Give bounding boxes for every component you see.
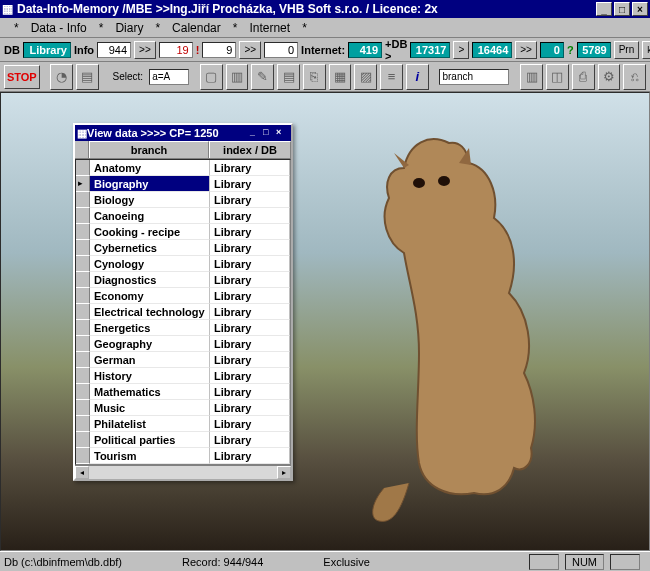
- row-selector[interactable]: [76, 400, 90, 416]
- prn-button[interactable]: Prn: [614, 41, 640, 59]
- row-selector[interactable]: [76, 384, 90, 400]
- table-row[interactable]: GeographyLibrary: [76, 336, 290, 352]
- table-row[interactable]: Political partiesLibrary: [76, 432, 290, 448]
- cell-index[interactable]: Library: [210, 240, 290, 256]
- cell-index[interactable]: Library: [210, 304, 290, 320]
- table-row[interactable]: BiographyLibrary: [76, 176, 290, 192]
- table-row[interactable]: GermanLibrary: [76, 352, 290, 368]
- scroll-track[interactable]: [89, 466, 277, 479]
- row-selector[interactable]: [76, 432, 90, 448]
- internet-a[interactable]: 419: [348, 42, 382, 58]
- select-field[interactable]: a=A: [149, 69, 189, 85]
- view-data-window[interactable]: ▦ View data >>>> CP= 1250 _ □ × branch i…: [73, 123, 293, 481]
- cell-index[interactable]: Library: [210, 160, 290, 176]
- cell-index[interactable]: Library: [210, 224, 290, 240]
- cell-branch[interactable]: Canoeing: [90, 208, 210, 224]
- cell-branch[interactable]: Electrical technology: [90, 304, 210, 320]
- horizontal-scrollbar[interactable]: ◂ ▸: [75, 465, 291, 479]
- grid-header-index[interactable]: index / DB: [209, 141, 291, 158]
- cell-index[interactable]: Library: [210, 400, 290, 416]
- pie-icon[interactable]: ◔: [50, 64, 73, 90]
- cell-index[interactable]: Library: [210, 384, 290, 400]
- table-row[interactable]: CynologyLibrary: [76, 256, 290, 272]
- close-button[interactable]: ×: [632, 2, 648, 16]
- child-maximize[interactable]: □: [263, 127, 276, 139]
- table-row[interactable]: BiologyLibrary: [76, 192, 290, 208]
- bang-b[interactable]: 0: [264, 42, 298, 58]
- row-selector[interactable]: [76, 192, 90, 208]
- tool-icon-3[interactable]: ✎: [251, 64, 274, 90]
- grid-header-branch[interactable]: branch: [89, 141, 209, 158]
- tool-icon-9[interactable]: ▥: [520, 64, 543, 90]
- grid-header-selector[interactable]: [75, 141, 89, 158]
- row-selector[interactable]: [76, 256, 90, 272]
- tool-icon-12[interactable]: ⚙: [598, 64, 621, 90]
- table-row[interactable]: AnatomyLibrary: [76, 160, 290, 176]
- nav-next-3[interactable]: >>: [515, 41, 537, 59]
- menu-data-info[interactable]: Data - Info: [27, 19, 91, 37]
- cell-branch[interactable]: Cybernetics: [90, 240, 210, 256]
- row-selector[interactable]: [76, 416, 90, 432]
- table-row[interactable]: TourismLibrary: [76, 448, 290, 464]
- db2-b[interactable]: 16464: [472, 42, 512, 58]
- q-value[interactable]: 5789: [577, 42, 611, 58]
- bang-a[interactable]: 9: [202, 42, 236, 58]
- cell-index[interactable]: Library: [210, 192, 290, 208]
- scroll-right-icon[interactable]: ▸: [277, 466, 291, 479]
- row-selector[interactable]: [76, 352, 90, 368]
- cell-index[interactable]: Library: [210, 448, 290, 464]
- bar-icon[interactable]: ▤: [76, 64, 99, 90]
- cell-index[interactable]: Library: [210, 176, 290, 192]
- nav-next-2[interactable]: >>: [239, 41, 261, 59]
- child-titlebar[interactable]: ▦ View data >>>> CP= 1250 _ □ ×: [75, 125, 291, 141]
- tool-icon-13[interactable]: ⎌: [623, 64, 646, 90]
- table-row[interactable]: MusicLibrary: [76, 400, 290, 416]
- minimize-button[interactable]: _: [596, 2, 612, 16]
- menu-calendar[interactable]: Calendar: [168, 19, 225, 37]
- table-row[interactable]: Cooking - recipeLibrary: [76, 224, 290, 240]
- cell-branch[interactable]: German: [90, 352, 210, 368]
- tool-icon-2[interactable]: ▥: [226, 64, 249, 90]
- nav-next-1[interactable]: >>: [134, 41, 156, 59]
- gt-button[interactable]: >: [453, 41, 469, 59]
- tool-icon-1[interactable]: ▢: [200, 64, 223, 90]
- cell-index[interactable]: Library: [210, 256, 290, 272]
- cell-branch[interactable]: History: [90, 368, 210, 384]
- cell-index[interactable]: Library: [210, 352, 290, 368]
- cell-branch[interactable]: Mathematics: [90, 384, 210, 400]
- row-selector[interactable]: [76, 448, 90, 464]
- cell-index[interactable]: Library: [210, 208, 290, 224]
- cell-branch[interactable]: Biography: [90, 176, 210, 192]
- menu-internet[interactable]: Internet: [245, 19, 294, 37]
- cell-branch[interactable]: Cynology: [90, 256, 210, 272]
- table-row[interactable]: DiagnosticsLibrary: [76, 272, 290, 288]
- db-field[interactable]: Library: [23, 42, 71, 58]
- grid-body[interactable]: AnatomyLibraryBiographyLibraryBiologyLib…: [75, 159, 291, 465]
- cell-index[interactable]: Library: [210, 416, 290, 432]
- cell-branch[interactable]: Diagnostics: [90, 272, 210, 288]
- cell-branch[interactable]: Tourism: [90, 448, 210, 464]
- cell-branch[interactable]: Political parties: [90, 432, 210, 448]
- table-row[interactable]: CanoeingLibrary: [76, 208, 290, 224]
- cell-branch[interactable]: Cooking - recipe: [90, 224, 210, 240]
- komplet-button[interactable]: komplet: [642, 41, 650, 59]
- row-selector[interactable]: [76, 160, 90, 176]
- db2-a[interactable]: 17317: [410, 42, 450, 58]
- row-selector[interactable]: [76, 240, 90, 256]
- table-row[interactable]: EconomyLibrary: [76, 288, 290, 304]
- tool-icon-4[interactable]: ▤: [277, 64, 300, 90]
- row-selector[interactable]: [76, 176, 90, 192]
- row-selector[interactable]: [76, 272, 90, 288]
- row-selector[interactable]: [76, 288, 90, 304]
- cell-index[interactable]: Library: [210, 368, 290, 384]
- table-row[interactable]: EnergeticsLibrary: [76, 320, 290, 336]
- tool-icon-7[interactable]: ▨: [354, 64, 377, 90]
- row-selector[interactable]: [76, 320, 90, 336]
- table-row[interactable]: MathematicsLibrary: [76, 384, 290, 400]
- table-row[interactable]: PhilatelistLibrary: [76, 416, 290, 432]
- branch-field[interactable]: branch: [439, 69, 509, 85]
- cell-index[interactable]: Library: [210, 432, 290, 448]
- cell-branch[interactable]: Energetics: [90, 320, 210, 336]
- tool-icon-8[interactable]: ≡: [380, 64, 403, 90]
- cell-branch[interactable]: Philatelist: [90, 416, 210, 432]
